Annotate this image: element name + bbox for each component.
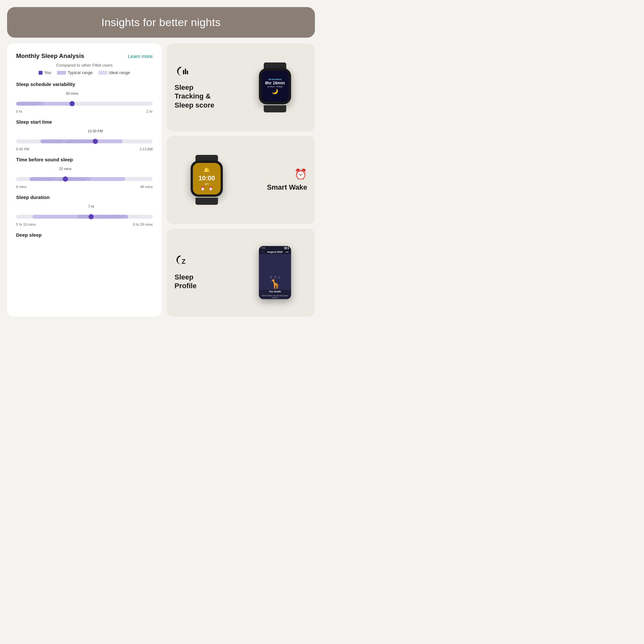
legend-ideal-label: Ideal range [109, 70, 130, 75]
legend-typical: Typical range [57, 70, 92, 75]
metric-value-1: 10:30 PM [88, 129, 103, 133]
sleep-profile-text: Z SleepProfile [175, 255, 243, 290]
zzz-text: Z Z z [270, 276, 280, 279]
slider-thumb-3 [89, 214, 94, 219]
legend-ideal: Ideal range [99, 70, 130, 75]
alarm-ampm: am [205, 182, 209, 185]
watch-mockup-alarm: 🔔 10:00 am ⏰ ⏰ [186, 155, 228, 205]
slider-min-1: 8:40 PM [16, 147, 29, 151]
legend-you: You [39, 70, 51, 75]
watch-body-sleep: 94 Excellent 8hr 16min 10:42pm - 6:58am … [259, 68, 291, 104]
slider-min-0: 0 hr [16, 109, 22, 113]
watch-screen-alarm: 🔔 10:00 am ⏰ ⏰ [193, 163, 221, 194]
slider-max-0: 2 hr [147, 109, 153, 113]
giraffe-title: The Giraffe [259, 290, 291, 293]
watch-screen-sleep: 94 Excellent 8hr 16min 10:42pm - 6:58am … [261, 71, 289, 102]
smart-wake-text: ⏰ Smart Wake [242, 168, 307, 192]
sleep-analysis-panel: Monthly Sleep Analysis Learn more Compar… [7, 43, 162, 317]
slider-max-1: 2:13 AM [140, 147, 153, 151]
slider-container-0 [16, 99, 153, 108]
sleep-tracking-text: SleepTracking &Sleep score [175, 65, 243, 110]
metric-title-2: Time before sound sleep [16, 157, 153, 162]
giraffe-description: While Giraffes may have the longest neck… [259, 293, 291, 299]
watch-body-alarm: 🔔 10:00 am ⏰ ⏰ [191, 161, 223, 197]
phone-indicators: ▐▐ ▐ [284, 247, 289, 249]
sleep-tracking-icon [175, 65, 243, 81]
metric-title-0: Sleep schedule variability [16, 81, 153, 87]
page-title: Insights for better nights [14, 16, 308, 29]
slider-min-2: 8 mins [16, 185, 26, 189]
alarm-icons: ⏰ ⏰ [200, 186, 213, 191]
slider-thumb-1 [93, 139, 98, 144]
legend-you-label: You [44, 70, 51, 75]
phone-time: 9:41 [261, 247, 265, 249]
metric-section-1: Sleep start time10:30 PM8:40 PM2:13 AM [16, 119, 153, 151]
watch-range: 10:42pm - 6:58am [267, 85, 283, 88]
slider-container-2 [16, 175, 153, 184]
slider-container-1 [16, 137, 153, 146]
watch-score: 94 Excellent [269, 78, 281, 81]
smart-wake-card: 🔔 10:00 am ⏰ ⏰ ⏰ Smart Wake [167, 136, 315, 224]
main-content: Monthly Sleep Analysis Learn more Compar… [0, 43, 322, 322]
giraffe-illustration: 🦒 [270, 279, 281, 289]
slider-min-3: 5 hr 10 mins [16, 223, 36, 226]
metric-value-3: 7 hr [88, 204, 94, 208]
legend-dot-typical [57, 71, 66, 75]
phone-content: Z Z z 🦒 [259, 254, 291, 290]
metric-section-3: Sleep duration7 hr5 hr 10 mins8 hr 29 mi… [16, 194, 153, 226]
slider-container-3 [16, 212, 153, 221]
sleep-profile-image: 9:41 ▐▐ ▐ ← August 2022 ••• Z Z z 🦒 The … [243, 235, 307, 310]
sleep-tracking-title: SleepTracking &Sleep score [175, 83, 243, 110]
metric-title-1: Sleep start time [16, 119, 153, 125]
alarm-icon-1: ⏰ [200, 186, 205, 191]
alarm-icon-2: ⏰ [208, 186, 213, 191]
metric-value-0: 50 mins [66, 91, 79, 95]
watch-moon-icon: 🌙 [272, 88, 278, 94]
header-banner: Insights for better nights [7, 7, 315, 38]
sleep-tracking-image: 94 Excellent 8hr 16min 10:42pm - 6:58am … [243, 50, 307, 125]
slider-thumb-0 [70, 101, 75, 106]
smart-wake-image: 🔔 10:00 am ⏰ ⏰ [175, 142, 239, 217]
right-panel: SleepTracking &Sleep score 94 Excellent … [167, 43, 315, 317]
alarm-time: 10:00 [198, 175, 215, 181]
svg-rect-1 [185, 69, 186, 74]
alarm-bell-icon: 🔔 [203, 167, 210, 174]
deep-sleep-title: Deep sleep [16, 232, 153, 238]
metric-value-2: 22 mins [59, 167, 71, 171]
sleep-tracking-card: SleepTracking &Sleep score 94 Excellent … [167, 43, 315, 131]
panel-title: Monthly Sleep Analysis [16, 52, 84, 60]
slider-thumb-2 [63, 176, 68, 182]
watch-time-big: 8hr 16min [265, 81, 285, 85]
phone-menu-icon: ••• [286, 251, 289, 253]
phone-month: August 2022 [267, 251, 283, 253]
metrics-container: Sleep schedule variability50 mins0 hr2 h… [16, 81, 153, 226]
phone-mockup: 9:41 ▐▐ ▐ ← August 2022 ••• Z Z z 🦒 The … [259, 246, 291, 299]
panel-header: Monthly Sleep Analysis Learn more [16, 52, 153, 60]
metric-section-2: Time before sound sleep22 mins8 mins46 m… [16, 157, 153, 189]
watch-band-bottom [264, 105, 286, 112]
legend: You Typical range Ideal range [16, 70, 153, 75]
phone-back-icon: ← [261, 251, 264, 253]
phone-status-bar: 9:41 ▐▐ ▐ [259, 246, 291, 250]
watch-mockup-sleep: 94 Excellent 8hr 16min 10:42pm - 6:58am … [254, 62, 296, 112]
sleep-profile-icon: Z [175, 255, 243, 270]
smart-wake-icon: ⏰ [242, 168, 307, 180]
phone-header: ← August 2022 ••• [259, 250, 291, 254]
svg-text:Z: Z [182, 258, 185, 265]
slider-max-3: 8 hr 29 mins [133, 223, 153, 226]
slider-max-2: 46 mins [140, 185, 153, 189]
legend-dot-you [39, 71, 43, 75]
learn-more-link[interactable]: Learn more [128, 53, 153, 59]
svg-rect-2 [187, 71, 188, 74]
metric-section-0: Sleep schedule variability50 mins0 hr2 h… [16, 81, 153, 113]
metric-title-3: Sleep duration [16, 194, 153, 200]
legend-typical-label: Typical range [68, 70, 92, 75]
compared-text: Compared to other Fitbit users [16, 63, 153, 68]
watch-band-bottom-alarm [195, 198, 218, 205]
smart-wake-title: Smart Wake [242, 183, 307, 192]
svg-rect-0 [183, 70, 184, 74]
sleep-profile-card: Z SleepProfile 9:41 ▐▐ ▐ ← August 2022 •… [167, 229, 315, 317]
legend-dot-ideal [99, 71, 108, 75]
sleep-profile-title: SleepProfile [175, 273, 243, 290]
